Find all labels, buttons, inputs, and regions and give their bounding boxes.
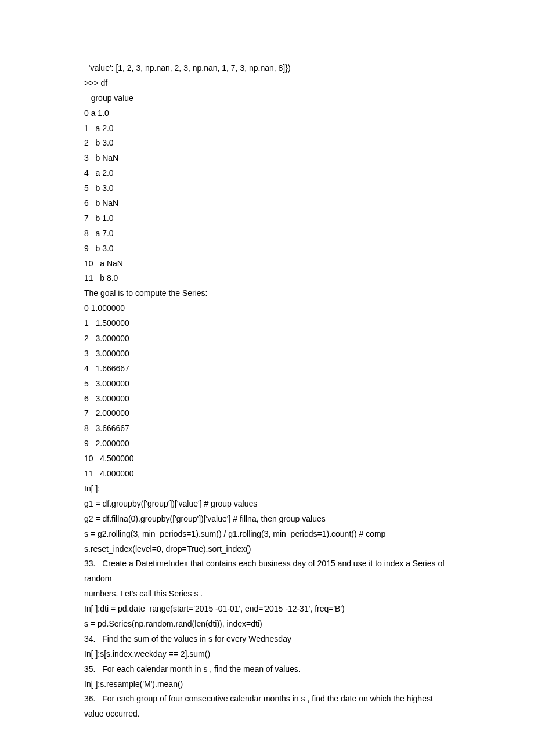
text-line: 3 b NaN	[84, 151, 450, 166]
text-line: 9 2.000000	[84, 436, 450, 451]
text-line: 6 3.000000	[84, 392, 450, 407]
text-line: 5 3.000000	[84, 377, 450, 392]
text-line: 36. For each group of four consecutive c…	[84, 692, 450, 722]
text-line: 5 b 3.0	[84, 181, 450, 196]
text-line: 7 2.000000	[84, 406, 450, 421]
text-line: s = g2.rolling(3, min_periods=1).sum() /…	[84, 527, 450, 542]
text-line: numbers. Let's call this Series s .	[84, 587, 450, 602]
text-line: s.reset_index(level=0, drop=True).sort_i…	[84, 542, 450, 557]
text-line: 8 3.666667	[84, 421, 450, 436]
text-line: In[ ]:s[s.index.weekday == 2].sum()	[84, 647, 450, 662]
text-line: >>> df	[84, 76, 450, 91]
text-line: 'value': [1, 2, 3, np.nan, 2, 3, np.nan,…	[84, 61, 450, 76]
text-line: 4 1.666667	[84, 361, 450, 377]
text-line: 0 1.000000	[84, 301, 450, 316]
text-line: 9 b 3.0	[84, 241, 450, 256]
text-line: 6 b NaN	[84, 196, 450, 211]
text-line: 11 b 8.0	[84, 271, 450, 286]
text-line: 1 1.500000	[84, 316, 450, 331]
text-line: s = pd.Series(np.random.rand(len(dti)), …	[84, 617, 450, 632]
text-line: In[ ]:	[84, 482, 450, 497]
text-line: 10 a NaN	[84, 256, 450, 272]
text-line: 33. Create a DatetimeIndex that contains…	[84, 556, 450, 587]
text-line: 10 4.500000	[84, 451, 450, 466]
text-line: 7 b 1.0	[84, 211, 450, 226]
text-line: 8 a 7.0	[84, 226, 450, 241]
text-line: 35. For each calendar month in s , find …	[84, 662, 450, 677]
text-line: In[ ]:dti = pd.date_range(start='2015 -0…	[84, 602, 450, 617]
text-line: In[ ]:s.resample('M').mean()	[84, 677, 450, 692]
text-line: group value	[84, 91, 450, 106]
text-line: g2 = df.fillna(0).groupby(['group'])['va…	[84, 512, 450, 527]
text-line: 11 4.000000	[84, 466, 450, 482]
text-line: 2 3.000000	[84, 331, 450, 346]
text-line: The goal is to compute the Series:	[84, 286, 450, 301]
text-line: 0 a 1.0	[84, 106, 450, 121]
text-line: g1 = df.groupby(['group'])['value'] # gr…	[84, 497, 450, 512]
text-line: 2 b 3.0	[84, 136, 450, 151]
text-line: 3 3.000000	[84, 346, 450, 361]
text-line: 1 a 2.0	[84, 121, 450, 136]
document-content: 'value': [1, 2, 3, np.nan, 2, 3, np.nan,…	[84, 61, 450, 722]
text-line: 4 a 2.0	[84, 166, 450, 181]
text-line: 34. Find the sum of the values in s for …	[84, 632, 450, 647]
